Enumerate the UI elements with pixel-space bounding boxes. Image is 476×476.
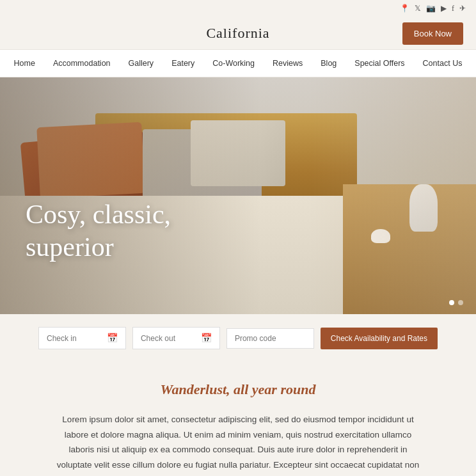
slide-dot-1[interactable] (449, 300, 454, 305)
section-body-text: Lorem ipsum dolor sit amet, consectetur … (52, 412, 424, 476)
hero-headline-line2: superior (26, 232, 114, 262)
nav-special-offers[interactable]: Special Offers (345, 56, 413, 70)
twitter-icon[interactable]: 𝕏 (415, 4, 421, 13)
header: California Book Now (0, 17, 476, 49)
tripadvisor-icon[interactable]: ✈ (459, 4, 466, 13)
hero-section: Cosy, classic, superior (0, 77, 476, 314)
promo-field[interactable] (226, 328, 314, 349)
nav-contact[interactable]: Contact Us (414, 56, 472, 70)
booking-bar: 📅 📅 Check Availability and Rates (0, 314, 476, 362)
promo-input[interactable] (235, 334, 306, 343)
top-bar: 📍 𝕏 📷 ▶ f ✈ (0, 0, 476, 17)
book-now-button[interactable]: Book Now (402, 22, 463, 45)
main-nav: Home Accommodation Gallery Eatery Co-Wor… (0, 49, 476, 77)
nav-home[interactable]: Home (5, 56, 44, 70)
location-icon[interactable]: 📍 (400, 4, 409, 13)
youtube-icon[interactable]: ▶ (441, 4, 447, 13)
checkin-field[interactable]: 📅 (38, 327, 126, 349)
hero-headline-line1: Cosy, classic, (26, 200, 171, 229)
calendar-icon-checkin: 📅 (107, 333, 118, 344)
calendar-icon-checkout: 📅 (201, 333, 212, 344)
nav-eatery[interactable]: Eatery (163, 56, 203, 70)
checkout-field[interactable]: 📅 (132, 327, 220, 349)
checkout-input[interactable] (141, 334, 196, 343)
instagram-icon[interactable]: 📷 (426, 4, 436, 13)
content-section: Wanderlust, all year round Lorem ipsum d… (0, 362, 476, 476)
nav-reviews[interactable]: Reviews (264, 56, 312, 70)
section-title: Wanderlust, all year round (51, 381, 425, 398)
slide-indicators (449, 300, 463, 305)
nav-coworking[interactable]: Co-Working (203, 56, 264, 70)
nav-accommodation[interactable]: Accommodation (44, 56, 120, 70)
nav-gallery[interactable]: Gallery (120, 56, 163, 70)
slide-dot-2[interactable] (458, 300, 463, 305)
nav-blog[interactable]: Blog (312, 56, 345, 70)
checkin-input[interactable] (47, 334, 102, 343)
hero-background (0, 77, 476, 314)
check-availability-button[interactable]: Check Availability and Rates (321, 328, 438, 349)
facebook-icon[interactable]: f (452, 4, 454, 13)
site-title: California (206, 25, 269, 42)
hero-headline: Cosy, classic, superior (26, 198, 171, 263)
